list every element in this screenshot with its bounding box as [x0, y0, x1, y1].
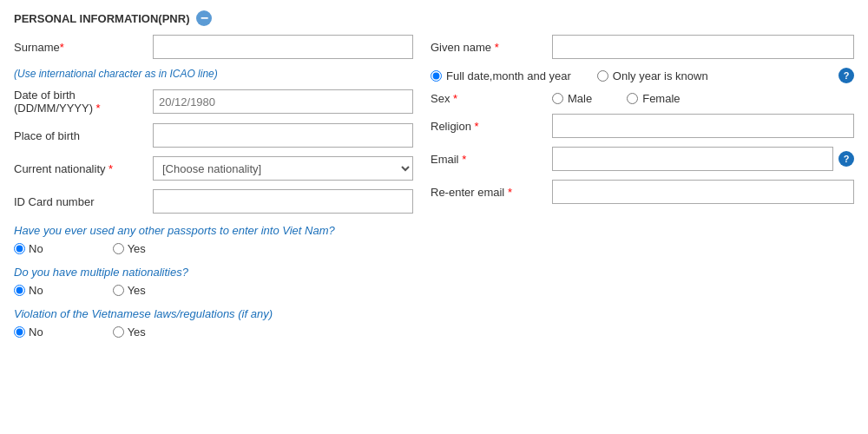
icao-note: (Use international character as in ICAO …: [14, 68, 413, 80]
questions-section: Have you ever used any other passports t…: [14, 224, 413, 339]
sex-row: Sex * Male Female: [431, 92, 854, 105]
full-date-label[interactable]: Full date,month and year: [431, 69, 571, 82]
id-card-row: ID Card number: [14, 189, 413, 214]
surname-input[interactable]: [153, 35, 413, 59]
female-label[interactable]: Female: [627, 92, 680, 105]
sex-options: Male Female: [552, 92, 854, 105]
date-options: Full date,month and year Only year is kn…: [431, 69, 838, 82]
date-help-icon[interactable]: ?: [838, 68, 854, 83]
question-2-radios: No Yes: [14, 284, 413, 297]
dob-row: Date of birth (DD/MM/YYYY) *: [14, 89, 413, 115]
dob-input[interactable]: [153, 89, 413, 114]
given-name-input[interactable]: [552, 35, 854, 59]
q3-yes-label[interactable]: Yes: [113, 326, 146, 339]
religion-label: Religion *: [431, 120, 552, 133]
q3-no-label[interactable]: No: [14, 326, 43, 339]
place-of-birth-row: Place of birth: [14, 123, 413, 148]
q2-no-label[interactable]: No: [14, 284, 43, 297]
date-options-row: Full date,month and year Only year is kn…: [431, 68, 854, 83]
q2-yes-radio[interactable]: [113, 285, 124, 296]
given-name-label: Given name *: [431, 41, 552, 54]
given-name-row: Given name *: [431, 35, 854, 59]
nationality-row: Current nationality * [Choose nationalit…: [14, 156, 413, 181]
male-label[interactable]: Male: [552, 92, 592, 105]
email-help-icon[interactable]: ?: [838, 151, 854, 167]
section-title-text: PERSONAL INFORMATION(PNR): [14, 12, 189, 25]
question-2-label: Do you have multiple nationalities?: [14, 266, 413, 279]
nationality-label: Current nationality *: [14, 162, 153, 175]
email-label: Email *: [431, 153, 552, 166]
id-card-input[interactable]: [153, 189, 413, 214]
email-row: Email * ?: [431, 147, 854, 171]
email-input[interactable]: [552, 147, 833, 171]
q2-no-radio[interactable]: [14, 285, 25, 296]
surname-label: Surname*: [14, 41, 153, 54]
question-3-radios: No Yes: [14, 326, 413, 339]
q1-yes-radio[interactable]: [113, 243, 124, 254]
reemail-label: Re-enter email *: [431, 186, 552, 199]
dob-label: Date of birth (DD/MM/YYYY) *: [14, 89, 153, 115]
q1-no-label[interactable]: No: [14, 242, 43, 255]
reemail-row: Re-enter email *: [431, 180, 854, 204]
q1-yes-label[interactable]: Yes: [113, 242, 146, 255]
q3-yes-radio[interactable]: [113, 326, 124, 338]
female-radio[interactable]: [627, 93, 638, 104]
nationality-select[interactable]: [Choose nationality] Vietnamese American…: [153, 156, 413, 181]
email-input-group: ?: [552, 147, 854, 171]
sex-label: Sex *: [431, 92, 552, 105]
year-only-label[interactable]: Only year is known: [597, 69, 708, 82]
q3-no-radio[interactable]: [14, 326, 25, 338]
id-card-label: ID Card number: [14, 195, 153, 208]
place-of-birth-input[interactable]: [153, 123, 413, 148]
full-date-radio[interactable]: [431, 70, 442, 82]
q1-no-radio[interactable]: [14, 243, 25, 254]
question-1-radios: No Yes: [14, 242, 413, 255]
q2-yes-label[interactable]: Yes: [113, 284, 146, 297]
collapse-icon[interactable]: −: [196, 10, 212, 26]
reemail-input[interactable]: [552, 180, 854, 204]
religion-input[interactable]: [552, 114, 854, 138]
surname-row: Surname*: [14, 35, 413, 59]
year-only-radio[interactable]: [597, 70, 608, 82]
section-title: PERSONAL INFORMATION(PNR) −: [14, 10, 854, 26]
male-radio[interactable]: [552, 93, 563, 104]
religion-row: Religion *: [431, 114, 854, 138]
question-3-label: Violation of the Vietnamese laws/regulat…: [14, 307, 413, 320]
place-of-birth-label: Place of birth: [14, 129, 153, 142]
question-1-label: Have you ever used any other passports t…: [14, 224, 413, 237]
